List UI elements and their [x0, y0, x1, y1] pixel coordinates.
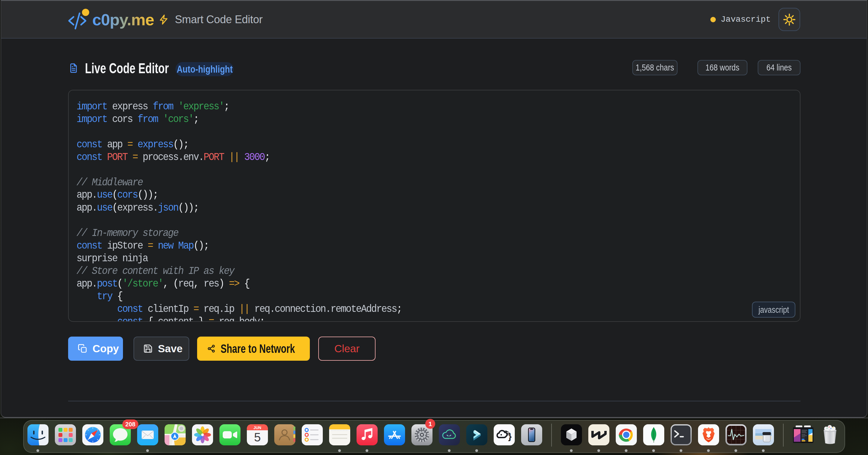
- svg-text:5: 5: [254, 431, 261, 444]
- svg-text:JUN: JUN: [253, 425, 261, 430]
- svg-text:}: }: [508, 431, 512, 441]
